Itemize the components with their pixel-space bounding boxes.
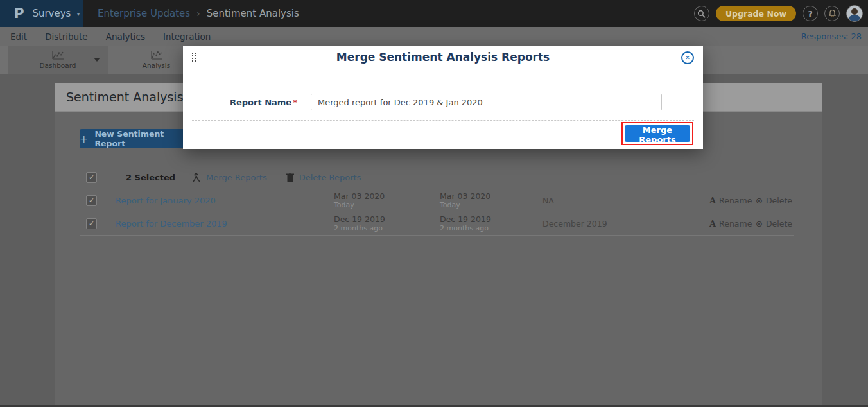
- created-date-relative: 2 months ago: [334, 224, 440, 232]
- row-checkbox-cell: ✓: [80, 195, 116, 206]
- new-sentiment-report-button[interactable]: + New Sentiment Report: [80, 129, 190, 148]
- top-header-bar: P Surveys ▾ Enterprise Updates › Sentime…: [0, 0, 868, 27]
- new-sentiment-report-label: New Sentiment Report: [94, 129, 190, 148]
- delete-label: Delete: [766, 219, 792, 229]
- delete-report-action[interactable]: ⊗ Delete: [756, 219, 794, 229]
- delete-report-action[interactable]: ⊗ Delete: [756, 196, 794, 205]
- modified-date-relative: Today: [440, 201, 542, 209]
- checkmark-icon: ✓: [89, 220, 94, 227]
- row-checkbox[interactable]: ✓: [86, 195, 97, 206]
- upgrade-now-button[interactable]: Upgrade Now: [716, 6, 796, 21]
- rename-report-action[interactable]: A Rename: [709, 219, 756, 229]
- upgrade-now-label: Upgrade Now: [725, 9, 786, 19]
- dashboard-dropdown-caret-icon[interactable]: [94, 58, 100, 62]
- close-icon: ✕: [685, 55, 690, 61]
- chevron-down-icon: ▾: [76, 10, 80, 17]
- nav-item-integration[interactable]: Integration: [163, 31, 211, 42]
- created-date: Dec 19 2019: [334, 215, 440, 224]
- dashboard-chart-icon: [51, 50, 64, 60]
- analysis-chart-icon: [150, 50, 163, 60]
- modal-footer-divider: [192, 120, 694, 121]
- select-all-checkbox[interactable]: ✓: [86, 172, 97, 183]
- rename-icon: A: [709, 219, 716, 229]
- rename-label: Rename: [719, 196, 752, 205]
- app-screen: P Surveys ▾ Enterprise Updates › Sentime…: [0, 0, 868, 407]
- merge-reports-action-label: Merge Reports: [206, 173, 267, 182]
- tab-analysis-label: Analysis: [143, 62, 170, 69]
- report-name-label: Report Name*: [183, 98, 297, 107]
- topbar-actions: Upgrade Now ?: [694, 0, 863, 27]
- product-name: Surveys: [32, 8, 71, 19]
- delete-circle-icon: ⊗: [756, 220, 763, 228]
- tab-dashboard-label: Dashboard: [40, 62, 76, 69]
- checkmark-icon: ✓: [89, 174, 94, 181]
- survey-nav-bar: Edit Distribute Analytics Integration Re…: [0, 27, 868, 46]
- delete-reports-action[interactable]: Delete Reports: [286, 173, 361, 182]
- breadcrumb-survey-name[interactable]: Enterprise Updates: [98, 8, 190, 19]
- trash-icon: [286, 173, 294, 182]
- tab-dashboard[interactable]: Dashboard: [8, 46, 108, 74]
- nav-item-distribute[interactable]: Distribute: [45, 31, 88, 42]
- report-name-link[interactable]: Report for January 2020: [116, 196, 334, 205]
- search-icon: [697, 10, 706, 18]
- question-mark-icon: ?: [808, 9, 813, 19]
- rename-icon: A: [709, 196, 716, 205]
- created-date-cell: Mar 03 2020 Today: [334, 192, 440, 209]
- breadcrumb: Enterprise Updates › Sentiment Analysis: [98, 0, 299, 27]
- rename-report-action[interactable]: A Rename: [709, 196, 756, 205]
- avatar-head-shape: [851, 8, 858, 15]
- plus-icon: +: [80, 133, 88, 145]
- merge-reports-submit-button[interactable]: Merge Reports: [625, 125, 690, 142]
- target-annotation-box: Merge Reports: [621, 122, 693, 145]
- questionpro-logo-icon: P: [14, 6, 24, 21]
- required-asterisk: *: [293, 98, 297, 107]
- modal-title: Merge Sentiment Analysis Reports: [183, 46, 703, 69]
- report-name-label-text: Report Name: [230, 98, 291, 107]
- breadcrumb-current-page: Sentiment Analysis: [207, 8, 299, 19]
- panel-body: + New Sentiment Report ✓ 2 Selected: [55, 112, 822, 404]
- modal-header: Merge Sentiment Analysis Reports ✕: [183, 46, 703, 69]
- breadcrumb-separator-icon: ›: [196, 8, 200, 19]
- merge-reports-action[interactable]: Merge Reports: [192, 173, 267, 182]
- drag-handle-icon[interactable]: [192, 53, 196, 62]
- bulk-action-bar: ✓ 2 Selected Merge Reports: [80, 166, 794, 189]
- report-name-input[interactable]: [311, 94, 662, 110]
- delete-label: Delete: [766, 196, 792, 205]
- checkmark-icon: ✓: [89, 197, 94, 204]
- modified-date-cell: Mar 03 2020 Today: [440, 192, 542, 209]
- created-date: Mar 03 2020: [334, 192, 440, 201]
- row-checkbox[interactable]: ✓: [86, 218, 97, 229]
- modal-close-button[interactable]: ✕: [681, 51, 694, 64]
- merge-reports-modal: Merge Sentiment Analysis Reports ✕ Repor…: [183, 46, 703, 149]
- help-button[interactable]: ?: [803, 6, 818, 21]
- delete-reports-action-label: Delete Reports: [299, 173, 361, 182]
- report-period: December 2019: [542, 219, 709, 229]
- product-switcher[interactable]: P Surveys ▾: [0, 0, 83, 27]
- modified-date-cell: Dec 19 2019 2 months ago: [440, 215, 542, 232]
- user-avatar[interactable]: [846, 5, 863, 22]
- avatar-body-shape: [849, 15, 860, 22]
- merge-icon: [192, 173, 201, 182]
- modified-date: Dec 19 2019: [440, 215, 542, 224]
- notifications-button[interactable]: [824, 6, 840, 21]
- table-row-january-2020: ✓ Report for January 2020 Mar 03 2020 To…: [80, 189, 794, 212]
- delete-circle-icon: ⊗: [756, 196, 763, 205]
- created-date-cell: Dec 19 2019 2 months ago: [334, 215, 440, 232]
- created-date-relative: Today: [334, 201, 440, 209]
- nav-item-analytics[interactable]: Analytics: [106, 31, 145, 42]
- nav-item-edit[interactable]: Edit: [10, 31, 27, 42]
- modified-date-relative: 2 months ago: [440, 224, 542, 232]
- report-name-link[interactable]: Report for December 2019: [116, 219, 334, 229]
- modified-date: Mar 03 2020: [440, 192, 542, 201]
- bell-icon: [828, 9, 837, 18]
- reports-table: ✓ 2 Selected Merge Reports: [80, 166, 794, 236]
- responses-count: Responses: 28: [801, 31, 862, 41]
- rename-label: Rename: [719, 219, 752, 229]
- row-checkbox-cell: ✓: [80, 218, 116, 229]
- search-button[interactable]: [694, 6, 709, 21]
- survey-nav-items: Edit Distribute Analytics Integration: [10, 31, 211, 42]
- report-period: NA: [542, 196, 709, 205]
- selected-count: 2 Selected: [126, 173, 175, 182]
- table-row-december-2019: ✓ Report for December 2019 Dec 19 2019 2…: [80, 212, 794, 236]
- page-title: Sentiment Analysis: [66, 90, 184, 104]
